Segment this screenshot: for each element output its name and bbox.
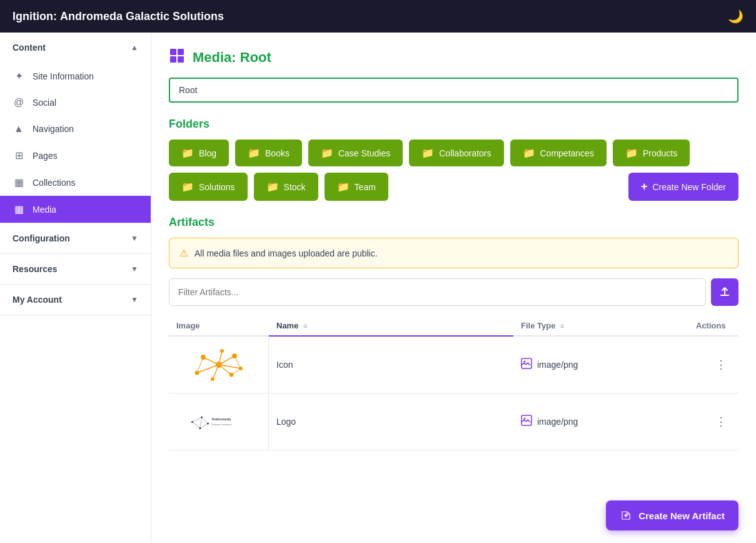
resources-chevron-icon: ▼ (131, 265, 138, 273)
folder-stock[interactable]: 📁 Stock (254, 173, 318, 201)
artifact-filetype-cell: image/png (513, 336, 688, 393)
folder-icon: 📁 (523, 147, 535, 159)
svg-point-32 (199, 427, 201, 429)
sidebar-item-pages[interactable]: ⊞ Pages (0, 142, 151, 169)
folder-collaborators[interactable]: 📁 Collaborators (409, 140, 503, 166)
page-header: Media: Root (169, 48, 738, 68)
sidebar-label-navigation: Navigation (33, 124, 74, 134)
folder-label-competances: Competances (540, 148, 594, 158)
col-actions: Actions (688, 316, 738, 336)
artifacts-table: Image Name ≡ File Type ≡ Actions (169, 316, 738, 450)
svg-text:Galactic Solutions: Galactic Solutions (211, 422, 231, 425)
col-name: Name ≡ (269, 316, 513, 336)
dark-mode-toggle[interactable]: 🌙 (728, 9, 743, 24)
content-section-header[interactable]: Content ▲ (0, 33, 151, 63)
folder-blog[interactable]: 📁 Blog (169, 140, 229, 166)
artifacts-section-title: Artifacts (169, 216, 738, 229)
plus-icon: + (641, 180, 648, 193)
folders-section-title: Folders (169, 118, 738, 131)
artifact-actions-cell: ⋮ (688, 336, 738, 393)
sidebar: Content ▲ ✦ Site Information @ Social ▲ … (0, 33, 151, 543)
svg-rect-1 (178, 49, 184, 55)
filter-artifacts-input[interactable] (169, 278, 706, 306)
table-row: Andromeda Galactic Solutions Logo (169, 393, 738, 450)
folder-icon: 📁 (181, 181, 194, 193)
svg-line-12 (203, 357, 219, 365)
my-account-chevron-icon: ▼ (131, 295, 138, 304)
folder-products[interactable]: 📁 Products (613, 140, 690, 166)
my-account-section: My Account ▼ (0, 285, 151, 315)
folder-label-stock: Stock (284, 182, 306, 192)
sidebar-item-social[interactable]: @ Social (0, 89, 151, 116)
app-title: Ignition: Andromeda Galactic Solutions (13, 10, 224, 23)
warning-icon: ⚠ (179, 247, 188, 259)
sidebar-item-navigation[interactable]: ▲ Navigation (0, 116, 151, 142)
table-row: Icon image/png (169, 336, 738, 393)
bottom-action-area: Create New Artifact (606, 500, 738, 530)
logo-preview: Andromeda Galactic Solutions (169, 393, 269, 450)
folder-icon: 📁 (337, 181, 350, 193)
configuration-chevron-icon: ▼ (131, 234, 138, 243)
folder-solutions[interactable]: 📁 Solutions (169, 173, 248, 201)
artifact-filetype-logo: image/png (537, 417, 578, 427)
create-artifact-button[interactable]: Create New Artifact (606, 500, 738, 530)
breadcrumb: Root (169, 78, 738, 103)
configuration-section: Configuration ▼ (0, 223, 151, 254)
media-icon: ▦ (13, 203, 25, 215)
create-folder-button[interactable]: + Create New Folder (628, 173, 738, 201)
image-type-icon (521, 358, 532, 372)
resources-section-label: Resources (13, 264, 58, 274)
artifacts-notice: ⚠ All media files and images uploaded ar… (169, 238, 738, 268)
svg-line-25 (201, 417, 208, 424)
svg-line-21 (231, 368, 241, 375)
folder-icon: 📁 (181, 147, 194, 159)
folder-team[interactable]: 📁 Team (325, 173, 388, 201)
folder-icon: 📁 (421, 147, 434, 159)
artifact-image-cell: Andromeda Galactic Solutions (169, 393, 269, 450)
my-account-section-label: My Account (13, 295, 62, 305)
content-chevron-icon: ▲ (131, 43, 138, 52)
pages-icon: ⊞ (13, 150, 25, 161)
svg-line-28 (200, 417, 202, 429)
folder-label-blog: Blog (199, 148, 216, 158)
sidebar-item-site-information[interactable]: ✦ Site Information (0, 63, 151, 89)
content-section: Content ▲ ✦ Site Information @ Social ▲ … (0, 33, 151, 223)
artifact-name-cell: Icon (269, 336, 513, 393)
my-account-section-header[interactable]: My Account ▼ (0, 285, 151, 315)
navigation-icon: ▲ (13, 123, 25, 134)
folder-icon: 📁 (248, 147, 260, 159)
main-content: Media: Root Root Folders 📁 Blog 📁 Books … (151, 33, 756, 543)
svg-line-27 (200, 424, 208, 429)
sidebar-item-media[interactable]: ▦ Media (0, 196, 151, 223)
configuration-section-header[interactable]: Configuration ▼ (0, 223, 151, 253)
logo-image: Andromeda Galactic Solutions (184, 405, 253, 439)
svg-line-13 (219, 356, 234, 365)
folder-competances[interactable]: 📁 Competances (510, 140, 607, 166)
filetype-sort-icon[interactable]: ≡ (560, 322, 564, 330)
layout: Content ▲ ✦ Site Information @ Social ▲ … (0, 33, 756, 543)
artifact-actions-cell: ⋮ (688, 393, 738, 450)
artifact-more-button-logo[interactable]: ⋮ (711, 412, 731, 432)
upload-button[interactable] (711, 278, 738, 306)
sidebar-label-collections: Collections (33, 178, 75, 188)
icon-preview (169, 337, 269, 393)
folder-books[interactable]: 📁 Books (235, 140, 302, 166)
create-artifact-label: Create New Artifact (638, 510, 725, 521)
resources-section-header[interactable]: Resources ▼ (0, 254, 151, 284)
name-sort-icon[interactable]: ≡ (303, 322, 307, 330)
svg-rect-2 (170, 56, 176, 63)
svg-line-24 (192, 417, 201, 422)
artifact-filetype-cell: image/png (513, 393, 688, 450)
collections-icon: ▦ (13, 176, 25, 188)
svg-point-31 (207, 422, 209, 424)
sidebar-item-collections[interactable]: ▦ Collections (0, 169, 151, 196)
col-image: Image (169, 316, 269, 336)
topbar: Ignition: Andromeda Galactic Solutions 🌙 (0, 0, 756, 33)
folder-label-products: Products (643, 148, 677, 158)
artifact-more-button[interactable]: ⋮ (711, 355, 731, 375)
brand-prefix: Ignition: (13, 10, 57, 23)
folder-icon: 📁 (266, 181, 279, 193)
star-icon: ✦ (13, 70, 25, 82)
svg-line-20 (234, 356, 241, 368)
folder-case-studies[interactable]: 📁 Case Studies (308, 140, 403, 166)
